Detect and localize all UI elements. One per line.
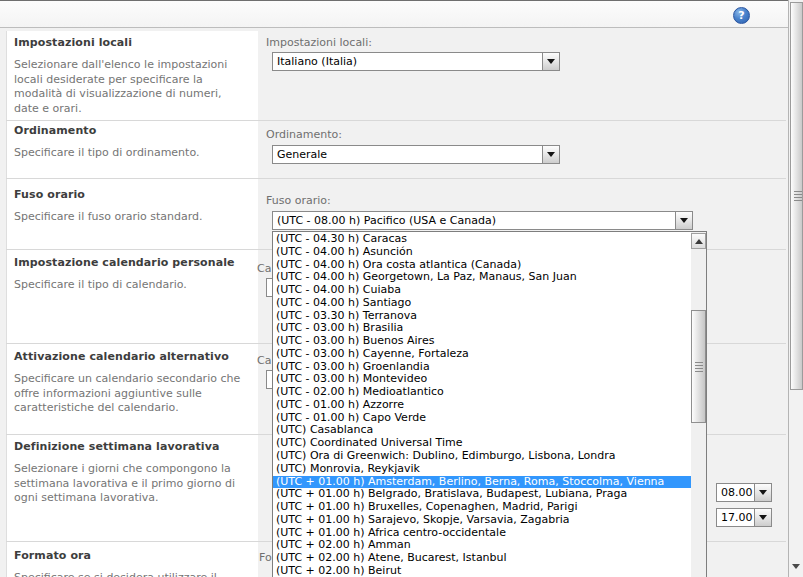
timezone-option[interactable]: (UTC + 02.00 h) Beirut — [273, 565, 691, 577]
timezone-option[interactable]: (UTC - 03.00 h) Brasilia — [273, 322, 691, 335]
dropdown-arrow-icon[interactable] — [675, 212, 692, 229]
work-end-time-select[interactable]: 17.00 — [716, 508, 772, 527]
timezone-option[interactable]: (UTC - 01.00 h) Azzorre — [273, 399, 691, 412]
timezone-option[interactable]: (UTC) Coordinated Universal Time — [273, 437, 691, 450]
timezone-select[interactable]: (UTC - 08.00 h) Pacifico (USA e Canada) — [272, 211, 693, 230]
work-end-time-value: 17.00 — [721, 511, 753, 524]
timezone-option[interactable]: (UTC - 03.30 h) Terranova — [273, 310, 691, 323]
listbox-scrollbar-thumb[interactable] — [691, 310, 706, 423]
section-description: Specificare il tipo di ordinamento. — [14, 146, 248, 161]
section-sort-order: Ordinamento Specificare il tipo di ordin… — [14, 124, 248, 161]
help-icon[interactable]: ? — [733, 7, 750, 24]
section-title: Fuso orario — [14, 188, 248, 201]
timezone-option[interactable]: (UTC + 01.00 h) Sarajevo, Skopje, Varsav… — [273, 514, 691, 527]
section-divider — [6, 120, 786, 121]
alt-calendar-select-label-partial: Ca — [257, 354, 271, 367]
listbox-scrollbar[interactable] — [691, 232, 706, 577]
section-description: Selezionare dall'elenco le impostazioni … — [14, 58, 248, 116]
section-description: Specificare il fuso orario standard. — [14, 210, 248, 225]
dropdown-arrow-icon[interactable] — [542, 146, 559, 163]
section-description: Specificare se si desidera utilizzare il… — [14, 571, 248, 577]
timezone-option[interactable]: (UTC) Monrovia, Reykjavik — [273, 463, 691, 476]
section-title: Impostazioni locali — [14, 36, 248, 49]
section-locale: Impostazioni locali Selezionare dall'ele… — [14, 36, 248, 116]
timezone-option[interactable]: (UTC - 03.00 h) Buenos Aires — [273, 335, 691, 348]
sort-select[interactable]: Generale — [272, 145, 560, 164]
page-scrollbar-thumb[interactable] — [790, 2, 803, 390]
timezone-option[interactable]: (UTC + 01.00 h) Bruxelles, Copenaghen, M… — [273, 501, 691, 514]
section-description: Specificare il tipo di calendario. — [14, 278, 248, 293]
dropdown-arrow-icon[interactable] — [754, 484, 771, 501]
timezone-option[interactable]: (UTC - 03.00 h) Groenlandia — [273, 361, 691, 374]
page-scrollbar[interactable] — [788, 0, 803, 577]
section-timezone: Fuso orario Specificare il fuso orario s… — [14, 188, 248, 225]
timezone-option[interactable]: (UTC) Ora di Greenwich: Dublino, Edimbur… — [273, 450, 691, 463]
timezone-option[interactable]: (UTC - 02.00 h) Medioatlantico — [273, 386, 691, 399]
work-start-time-select[interactable]: 08.00 — [716, 483, 772, 502]
work-start-time-value: 08.00 — [721, 486, 753, 499]
dropdown-arrow-icon[interactable] — [754, 509, 771, 526]
section-description: Selezionare i giorni che compongono la s… — [14, 462, 248, 506]
time-format-label-partial: Fo — [259, 551, 272, 564]
timezone-option[interactable]: (UTC + 01.00 h) Amsterdam, Berlino, Bern… — [273, 476, 691, 489]
section-title: Ordinamento — [14, 124, 248, 137]
timezone-select-value: (UTC - 08.00 h) Pacifico (USA e Canada) — [277, 214, 674, 227]
timezone-option[interactable]: (UTC - 04.00 h) Santiago — [273, 297, 691, 310]
timezone-option[interactable]: (UTC + 01.00 h) Belgrado, Bratislava, Bu… — [273, 488, 691, 501]
section-title: Formato ora — [14, 549, 248, 562]
timezone-option[interactable]: (UTC) Casablanca — [273, 424, 691, 437]
timezone-option[interactable]: (UTC + 01.00 h) Africa centro-occidental… — [273, 527, 691, 540]
locale-select-value: Italiano (Italia) — [277, 55, 541, 68]
locale-select-label: Impostazioni locali: — [266, 36, 372, 49]
section-calendar: Impostazione calendario personale Specif… — [14, 256, 248, 293]
timezone-option[interactable]: (UTC - 04.30 h) Caracas — [273, 233, 691, 246]
calendar-select-label-partial: Ca — [257, 262, 271, 275]
timezone-option[interactable]: (UTC - 03.00 h) Cayenne, Fortaleza — [273, 348, 691, 361]
timezone-option[interactable]: (UTC - 04.00 h) Asunción — [273, 246, 691, 259]
timezone-option[interactable]: (UTC + 02.00 h) Amman — [273, 539, 691, 552]
regional-settings-page: { "header": { "help_label": "?" }, "sect… — [0, 0, 803, 577]
timezone-option[interactable]: (UTC - 03.00 h) Montevideo — [273, 373, 691, 386]
page-header-bar — [0, 1, 788, 28]
sort-select-label: Ordinamento: — [266, 128, 342, 141]
timezone-select-label: Fuso orario: — [266, 194, 331, 207]
section-divider — [6, 178, 786, 179]
timezone-dropdown-list[interactable]: (UTC - 04.30 h) Caracas(UTC - 04.00 h) A… — [272, 231, 707, 577]
timezone-option[interactable]: (UTC + 02.00 h) Atene, Bucarest, Istanbu… — [273, 552, 691, 565]
scroll-up-icon[interactable] — [691, 233, 706, 249]
locale-select[interactable]: Italiano (Italia) — [272, 52, 560, 71]
scroll-down-icon[interactable] — [792, 564, 800, 569]
section-title: Attivazione calendario alternativo — [14, 350, 248, 363]
sort-select-value: Generale — [277, 148, 541, 161]
timezone-option[interactable]: (UTC - 04.00 h) Ora costa atlantica (Can… — [273, 259, 691, 272]
timezone-option[interactable]: (UTC - 04.00 h) Cuiaba — [273, 284, 691, 297]
section-time-format: Formato ora Specificare se si desidera u… — [14, 549, 248, 577]
section-title: Definizione settimana lavorativa — [14, 440, 248, 453]
timezone-option[interactable]: (UTC - 01.00 h) Capo Verde — [273, 412, 691, 425]
section-description: Specificare un calendario secondario che… — [14, 372, 248, 416]
section-alt-calendar: Attivazione calendario alternativo Speci… — [14, 350, 248, 416]
timezone-option[interactable]: (UTC - 04.00 h) Georgetown, La Paz, Mana… — [273, 271, 691, 284]
dropdown-arrow-icon[interactable] — [542, 53, 559, 70]
timezone-options-container: (UTC - 04.30 h) Caracas(UTC - 04.00 h) A… — [273, 233, 691, 577]
section-work-week: Definizione settimana lavorativa Selezio… — [14, 440, 248, 506]
section-title: Impostazione calendario personale — [14, 256, 248, 269]
